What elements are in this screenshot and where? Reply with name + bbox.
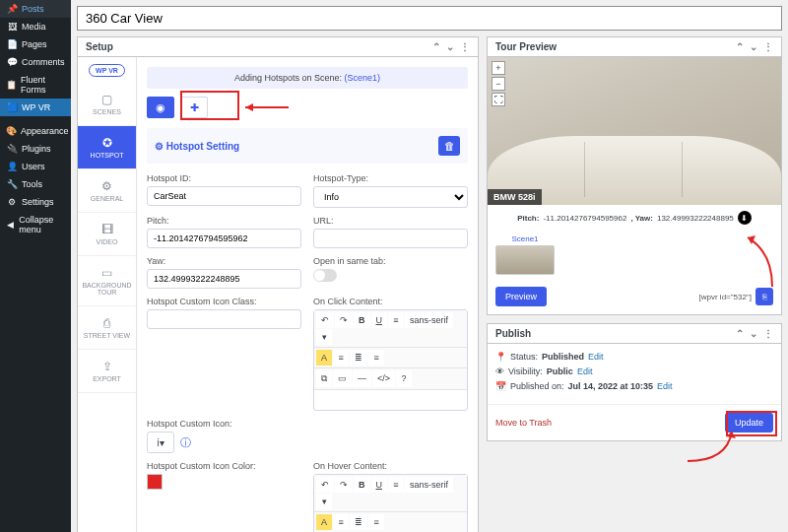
icon-class-input[interactable] (147, 309, 301, 329)
eye-icon: 👁 (495, 366, 504, 376)
list-btn[interactable]: ≡ (388, 312, 404, 328)
undo-btn[interactable]: ↶ (316, 312, 334, 328)
hl-btn[interactable]: A (316, 350, 332, 366)
redo-btn[interactable]: ↷ (335, 312, 353, 328)
scene-thumbnail[interactable]: Scene1 (495, 234, 555, 275)
zoom-out-button[interactable]: − (492, 77, 505, 91)
move-to-trash-link[interactable]: Move to Trash (495, 418, 552, 428)
form-icon: 📋 (6, 80, 17, 90)
menu-appearance[interactable]: 🎨Appearance (0, 122, 71, 140)
bold-btn[interactable]: B (354, 312, 370, 328)
pitch-yaw-readout: Pitch: -11.2014276794595962, Yaw: 132.49… (488, 205, 781, 231)
custom-icon-label: Hotspot Custom Icon: (147, 419, 301, 429)
more-btn[interactable]: ▾ (316, 494, 332, 509)
vtab-bgtour[interactable]: ▭BACKGROUND TOUR (78, 256, 136, 306)
hl-btn[interactable]: A (316, 514, 332, 530)
edit-status-link[interactable]: Edit (588, 352, 604, 362)
line-btn[interactable]: — (353, 370, 371, 387)
box-down-icon[interactable]: ⌄ (750, 41, 757, 52)
sametab-label: Open in same tab: (313, 256, 468, 266)
underline-btn[interactable]: U (371, 312, 388, 328)
pitch-input[interactable] (147, 229, 301, 248)
font-select[interactable]: sans-serif (405, 312, 453, 328)
redo-btn[interactable]: ↷ (335, 477, 353, 493)
menu-comments[interactable]: 💬Comments (0, 53, 71, 71)
underline-btn[interactable]: U (371, 477, 388, 493)
vtab-video[interactable]: 🎞VIDEO (78, 213, 136, 256)
box-up-icon[interactable]: ⌃ (432, 41, 440, 52)
onhover-editor: ↶↷ BU ≡sans-serif▾ A≡≣≡ ⧉▭—</>? Sports S… (313, 474, 468, 532)
ac-btn[interactable]: ≣ (350, 514, 367, 530)
zoom-in-button[interactable]: + (492, 61, 505, 75)
box-menu-icon[interactable]: ⋮ (763, 41, 773, 52)
url-input[interactable] (313, 229, 468, 248)
delete-hotspot-button[interactable]: 🗑 (438, 136, 460, 156)
menu-collapse[interactable]: ◀Collapse menu (0, 211, 71, 238)
ar-btn[interactable]: ≡ (368, 514, 384, 530)
vtab-export[interactable]: ⇪EXPORT (78, 350, 136, 393)
copy-coords-button[interactable]: ⬇ (738, 211, 752, 225)
code-btn[interactable]: </> (372, 370, 395, 387)
menu-pages[interactable]: 📄Pages (0, 35, 71, 53)
scenes-icon: ▢ (80, 93, 134, 106)
box-menu-icon[interactable]: ⋮ (460, 41, 470, 52)
edit-visibility-link[interactable]: Edit (577, 366, 593, 376)
url-label: URL: (313, 216, 468, 226)
icon-color-label: Hotspot Custom Icon Color: (147, 461, 301, 471)
menu-fluentforms[interactable]: 📋Fluent Forms (0, 71, 71, 99)
menu-settings[interactable]: ⚙Settings (0, 193, 71, 211)
menu-label: Tools (22, 179, 42, 189)
al-btn[interactable]: ≡ (333, 514, 349, 530)
gear-icon: ⚙ (155, 141, 166, 152)
icon-picker[interactable]: i ▾ (147, 432, 174, 453)
color-swatch[interactable] (147, 474, 163, 490)
post-title-input[interactable] (77, 6, 782, 31)
panorama-preview[interactable]: + − ⛶ BMW 528i (488, 57, 781, 205)
fullscreen-button[interactable]: ⛶ (492, 93, 505, 106)
vtab-scenes[interactable]: ▢SCENES (78, 83, 136, 126)
hotspot-id-input[interactable] (147, 186, 301, 206)
ac-btn[interactable]: ≣ (350, 350, 367, 366)
menu-users[interactable]: 👤Users (0, 158, 71, 175)
brush-icon: 🎨 (6, 126, 17, 136)
preview-postbox: Tour Preview ⌃⌄⋮ + − ⛶ BMW 528i Pitch: -… (487, 36, 782, 315)
box-down-icon[interactable]: ⌄ (446, 41, 454, 52)
bold-btn[interactable]: B (354, 477, 370, 493)
wpvr-icon: 🟦 (6, 102, 18, 112)
hotspot-tab-add[interactable]: ✚ (180, 97, 208, 118)
menu-tools[interactable]: 🔧Tools (0, 175, 71, 193)
menu-wpvr[interactable]: 🟦WP VR (0, 99, 71, 116)
hotspot-type-select[interactable]: Info (313, 186, 468, 208)
menu-posts[interactable]: 📌Posts (0, 0, 71, 18)
onclick-textarea[interactable] (314, 390, 467, 410)
wrench-icon: 🔧 (6, 179, 18, 189)
box-up-icon[interactable]: ⌃ (736, 328, 744, 339)
list-btn[interactable]: ≡ (388, 477, 404, 493)
sametab-toggle[interactable] (313, 269, 337, 282)
menu-plugins[interactable]: 🔌Plugins (0, 140, 71, 158)
help-btn[interactable]: ? (396, 370, 412, 387)
vtab-streetview[interactable]: ⎙STREET VIEW (78, 306, 136, 350)
ar-btn[interactable]: ≡ (368, 350, 384, 366)
box-menu-icon[interactable]: ⋮ (763, 328, 773, 339)
svg-marker-1 (245, 103, 253, 111)
vtab-general[interactable]: ⚙GENERAL (78, 169, 136, 213)
menu-label: Plugins (22, 144, 51, 154)
more-btn[interactable]: ▾ (316, 329, 332, 345)
edit-date-link[interactable]: Edit (657, 381, 673, 391)
box-down-icon[interactable]: ⌄ (750, 328, 757, 339)
hotspot-tab-current[interactable]: ◉ (147, 97, 174, 118)
link-btn[interactable]: ⧉ (316, 370, 332, 387)
img-btn[interactable]: ▭ (333, 370, 352, 387)
al-btn[interactable]: ≡ (333, 350, 349, 366)
bgtour-icon: ▭ (80, 266, 134, 280)
undo-btn[interactable]: ↶ (316, 477, 334, 493)
vtab-hotspot[interactable]: ✪HOTSPOT (78, 126, 136, 169)
box-up-icon[interactable]: ⌃ (736, 41, 744, 52)
font-select[interactable]: sans-serif (405, 477, 453, 493)
yaw-input[interactable] (147, 269, 301, 289)
preview-button[interactable]: Preview (495, 287, 547, 306)
menu-media[interactable]: 🖼Media (0, 18, 71, 35)
scene-link[interactable]: (Scene1) (345, 73, 381, 83)
info-icon[interactable]: ⓘ (180, 435, 191, 450)
